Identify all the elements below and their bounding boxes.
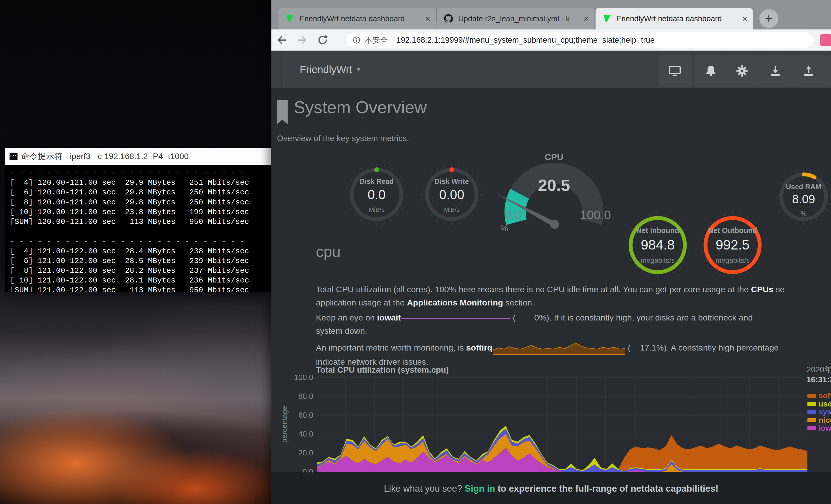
forward-icon[interactable] xyxy=(295,34,309,47)
cpu-utilization-chart[interactable] xyxy=(317,374,807,473)
terminal-line: [ 6] 120.00-121.00 sec 29.8 MBytes 250 M… xyxy=(10,188,271,197)
tab-github[interactable]: Update r2s_lean_minimal.yml · k × xyxy=(437,8,594,29)
address-bar[interactable]: 不安全 192.168.2.1:19999/#menu_system_subme… xyxy=(346,32,814,48)
chart-legend[interactable]: softirqusersystemniceiowait xyxy=(807,392,831,433)
github-favicon-icon xyxy=(444,14,453,23)
help-text-line: Keep an eye on iowait ( 0%). If it is co… xyxy=(316,311,831,324)
export-settings-button[interactable] xyxy=(792,55,826,87)
reload-icon[interactable] xyxy=(316,34,329,47)
url-text[interactable]: 192.168.2.1:19999/#menu_system_submenu_c… xyxy=(396,36,655,45)
disk-read-gauge[interactable]: Disk Read 0.0 MiB/s xyxy=(345,163,408,226)
legend-label: system xyxy=(819,407,831,416)
net-inbound-gauge[interactable]: Net Inbound 984.8 megabits/s xyxy=(622,210,693,280)
signin-link[interactable]: Sign in xyxy=(465,483,495,494)
host-dropdown[interactable]: FriendlyWrt ▾ xyxy=(300,51,360,88)
browser-toolbar: 不安全 192.168.2.1:19999/#menu_system_subme… xyxy=(271,29,831,51)
legend-item-softirq[interactable]: softirq xyxy=(807,392,831,400)
terminal-line: [ 10] 121.00-122.00 sec 28.1 MBytes 236 … xyxy=(10,276,271,286)
help-text-segment: iowait xyxy=(377,313,401,322)
legend-swatch xyxy=(807,394,816,398)
terminal-line: [SUM] 121.00-122.00 sec 113 MBytes 950 M… xyxy=(10,286,271,292)
chart-timestamp: 2020年3 16:31:2 xyxy=(806,365,831,385)
legend-item-iowait[interactable]: iowait xyxy=(807,424,831,433)
help-text-segment: An important metric worth monitoring, is xyxy=(316,343,466,352)
terminal-line: [ 8] 121.00-122.00 sec 28.2 MBytes 237 M… xyxy=(10,266,271,276)
help-text-line: Total CPU utilization (all cores). 100% … xyxy=(316,283,831,296)
tab-close-icon[interactable]: × xyxy=(742,14,748,23)
terminal-line xyxy=(10,227,271,237)
import-icon xyxy=(769,64,782,78)
terminal-output: - - - - - - - - - - - - - - - - - - - - … xyxy=(5,165,271,292)
terminal-line: [ 10] 120.00-121.00 sec 23.8 MBytes 199 … xyxy=(10,207,271,217)
page-title: System Overview xyxy=(294,97,427,117)
tab-friendlywrt-2-active[interactable]: FriendlyWrt netdata dashboard × xyxy=(596,8,753,29)
help-text-segment: softirq xyxy=(466,343,492,352)
tab-title: FriendlyWrt netdata dashboard xyxy=(300,14,421,23)
host-name: FriendlyWrt xyxy=(300,64,352,76)
screenshot-root: C:\ 命令提示符 - iperf3 -c 192.168.1.2 -P4 -t… xyxy=(0,0,831,504)
terminal-line: - - - - - - - - - - - - - - - - - - - - … xyxy=(10,168,271,178)
y-tick-label: 60.0 xyxy=(279,411,313,420)
signin-suffix: to experience the full-range of netdata … xyxy=(495,483,718,494)
inline-link[interactable]: Applications Monitoring xyxy=(407,298,503,307)
inline-link[interactable]: CPUs xyxy=(751,285,773,294)
terminal-line: [ 6] 121.00-122.00 sec 28.5 MBytes 239 M… xyxy=(10,256,271,266)
netdata-favicon-icon xyxy=(603,14,611,23)
help-text-segment: ( 0%). If it is constantly high, your di… xyxy=(510,313,753,322)
legend-item-nice[interactable]: nice xyxy=(807,416,831,424)
terminal-line: [ 4] 121.00-122.00 sec 28.4 MBytes 238 M… xyxy=(10,246,271,256)
legend-swatch xyxy=(807,418,816,422)
desktop-wallpaper: C:\ 命令提示符 - iperf3 -c 192.168.1.2 -P4 -t… xyxy=(0,0,271,504)
security-chip[interactable]: 不安全 xyxy=(365,35,388,46)
info-icon[interactable] xyxy=(352,36,361,44)
extension-icon[interactable] xyxy=(820,34,831,46)
dashboard-navbar: FriendlyWrt ▾ xyxy=(271,51,831,88)
used-ram-gauge[interactable]: Used RAM 8.09 % xyxy=(774,167,831,226)
tab-title: Update r2s_lean_minimal.yml · k xyxy=(458,14,579,23)
softirq-sparkline xyxy=(492,339,626,355)
terminal-line: - - - - - - - - - - - - - - - - - - - - … xyxy=(10,237,271,246)
page-subtitle: Overview of the key system metrics. xyxy=(277,134,409,143)
tab-close-icon[interactable]: × xyxy=(583,14,589,23)
tab-strip: FriendlyWrt netdata dashboard × Update r… xyxy=(271,0,831,29)
legend-label: softirq xyxy=(819,391,831,400)
tab-friendlywrt-1[interactable]: FriendlyWrt netdata dashboard × xyxy=(279,8,436,29)
help-text-line: An important metric worth monitoring, is… xyxy=(316,339,831,355)
terminal-title: 命令提示符 - iperf3 -c 192.168.1.2 -P4 -t1000 xyxy=(21,151,189,162)
terminal-titlebar[interactable]: C:\ 命令提示符 - iperf3 -c 192.168.1.2 -P4 -t… xyxy=(5,148,271,165)
help-text-segment: Total CPU utilization (all cores). 100% … xyxy=(316,285,751,294)
settings-button[interactable] xyxy=(725,55,759,87)
legend-item-system[interactable]: system xyxy=(807,408,831,416)
new-tab-button[interactable]: + xyxy=(760,9,778,28)
chevron-down-icon: ▾ xyxy=(357,66,360,73)
new-tab-plus-icon: + xyxy=(765,10,773,27)
bell-icon xyxy=(704,64,717,78)
help-text-segment: application usage at the xyxy=(316,298,407,307)
monitor-icon xyxy=(668,64,682,78)
cpu-help-text: Total CPU utilization (all cores). 100% … xyxy=(316,283,831,370)
cpu-gauge[interactable]: CPU 20.5 0.0 % 100.0 xyxy=(489,147,619,239)
netdata-favicon-icon xyxy=(286,14,294,23)
help-button[interactable] xyxy=(825,55,831,87)
tab-close-icon[interactable]: × xyxy=(425,14,431,23)
legend-label: user xyxy=(819,399,831,409)
gear-icon xyxy=(735,64,749,78)
export-icon xyxy=(802,64,815,78)
cpu-section-heading: cpu xyxy=(316,243,341,260)
alarms-button[interactable] xyxy=(694,55,728,87)
import-settings-button[interactable] xyxy=(758,55,793,87)
legend-swatch xyxy=(807,402,816,406)
legend-item-user[interactable]: user xyxy=(807,400,831,408)
help-text-segment: ( 17.1%). A constantly high percentage xyxy=(626,343,779,352)
back-icon[interactable] xyxy=(276,34,288,47)
help-text-segment: Keep an eye on xyxy=(316,313,377,322)
disk-write-gauge[interactable]: Disk Write 0.00 MiB/s xyxy=(421,163,483,226)
help-text-segment: se xyxy=(773,285,784,294)
terminal-window: C:\ 命令提示符 - iperf3 -c 192.168.1.2 -P4 -t… xyxy=(5,148,271,292)
y-tick-label: 80.0 xyxy=(279,392,313,401)
cmd-icon: C:\ xyxy=(9,153,18,160)
print-dashboard-button[interactable] xyxy=(658,55,692,87)
net-outbound-gauge[interactable]: Net Outbound 992.5 megabits/s xyxy=(697,210,768,280)
iowait-sparkline xyxy=(401,313,510,322)
browser-window: FriendlyWrt netdata dashboard × Update r… xyxy=(271,0,831,504)
